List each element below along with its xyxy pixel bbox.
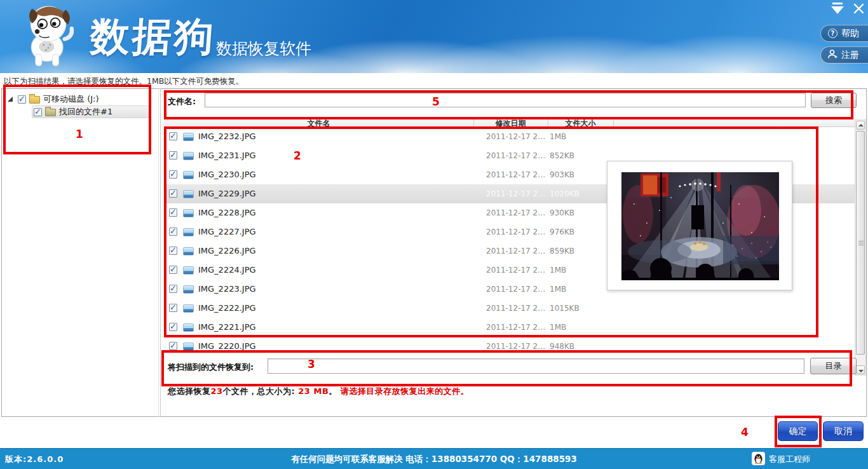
file-name: IMG_2227.JPG	[198, 227, 256, 236]
directory-button[interactable]: 目录	[810, 358, 857, 374]
image-file-icon	[183, 209, 194, 217]
close-button[interactable]	[853, 3, 865, 15]
image-file-icon	[183, 152, 194, 160]
file-name: IMG_2223.JPG	[198, 284, 256, 294]
image-file-icon	[183, 304, 194, 313]
file-checkbox[interactable]	[169, 285, 177, 293]
file-date: 2011-12-17 2…	[486, 170, 545, 179]
file-checkbox[interactable]	[169, 247, 177, 255]
file-checkbox[interactable]	[169, 170, 177, 179]
image-file-icon	[183, 266, 194, 275]
recover-to-label: 将扫描到的文件恢复到:	[168, 362, 254, 373]
scrollbar[interactable]	[855, 119, 866, 376]
image-file-icon	[183, 343, 194, 351]
file-row[interactable]: IMG_2221.JPG 2011-12-17 2… 1MB	[164, 318, 855, 337]
table-header: 文件名 修改日期 文件大小	[164, 117, 855, 127]
cancel-button[interactable]: 取消	[823, 421, 864, 441]
person-plus-icon	[828, 50, 837, 60]
file-checkbox[interactable]	[169, 304, 177, 312]
minimize-button[interactable]	[830, 3, 846, 15]
status-segment: 个文件，总大小为:	[223, 386, 299, 396]
register-label: 注册	[841, 50, 859, 61]
file-name: IMG_2232.JPG	[198, 132, 256, 141]
file-date: 2011-12-17 2…	[486, 132, 545, 141]
scrollbar-thumb[interactable]	[856, 131, 865, 355]
file-checkbox[interactable]	[169, 266, 177, 274]
file-name: IMG_2220.JPG	[198, 341, 256, 351]
file-checkbox[interactable]	[169, 151, 177, 160]
file-date: 2011-12-17 2…	[486, 189, 545, 198]
folder-icon	[45, 109, 56, 116]
ok-button-label: 确定	[789, 426, 807, 437]
filename-label: 文件名:	[168, 96, 196, 107]
contact-text: 有任何问题均可联系客服解决 电话：13880354770 QQ：14788859…	[0, 454, 868, 465]
file-date: 2011-12-17 2…	[486, 247, 545, 255]
panel-divider	[160, 88, 161, 417]
file-size: 859KB	[550, 247, 574, 255]
help-button[interactable]: 帮助	[820, 25, 868, 42]
file-checkbox[interactable]	[169, 208, 177, 217]
file-row[interactable]: IMG_2232.JPG 2011-12-17 2… 1MB	[164, 127, 855, 146]
search-input[interactable]	[205, 93, 806, 107]
file-size: 1020KB	[550, 189, 580, 198]
help-label: 帮助	[841, 28, 859, 39]
image-file-icon	[183, 323, 194, 332]
recover-path-input[interactable]	[268, 358, 804, 374]
status-segment: 23 MB	[298, 386, 329, 396]
file-checkbox[interactable]	[169, 323, 177, 331]
file-name: IMG_2221.JPG	[198, 322, 256, 332]
register-button[interactable]: 注册	[820, 46, 868, 64]
image-file-icon	[183, 190, 194, 198]
app-window: 数据狗 数据恢复软件 帮助 注册 以下为扫描结果，请选择要恢复的文件。1MB以下…	[0, 0, 868, 469]
file-size: 1MB	[550, 323, 566, 332]
status-segment: 23	[211, 386, 223, 396]
tree-checkbox[interactable]	[34, 108, 42, 116]
file-size: 852KB	[550, 151, 574, 160]
file-name: IMG_2231.JPG	[198, 151, 256, 160]
app-title: 数据狗	[88, 10, 218, 64]
file-row[interactable]: IMG_2220.JPG 2011-12-17 2… 948KB	[164, 337, 855, 355]
file-size: 948KB	[550, 342, 574, 351]
file-checkbox[interactable]	[169, 342, 177, 350]
image-file-icon	[183, 228, 194, 236]
status-segment: 。	[329, 386, 341, 396]
tree-item-recovered[interactable]: 找回的文件#1	[32, 105, 151, 118]
file-size: 903KB	[550, 170, 574, 179]
file-name: IMG_2226.JPG	[198, 246, 256, 255]
file-date: 2011-12-17 2…	[486, 323, 545, 332]
file-name: IMG_2224.JPG	[198, 265, 256, 275]
scroll-up-icon[interactable]	[856, 121, 865, 130]
status-segment: 您选择恢复	[168, 386, 211, 396]
question-icon	[828, 29, 837, 38]
file-size: 1015KB	[550, 304, 580, 313]
tree-item-label: 可移动磁盘 (J:)	[43, 93, 99, 105]
tree-item-drive[interactable]: 可移动磁盘 (J:)	[8, 93, 99, 105]
file-date: 2011-12-17 2…	[486, 342, 545, 351]
preview-panel	[607, 161, 792, 290]
ok-button[interactable]: 确定	[778, 421, 818, 441]
column-separator	[473, 118, 474, 128]
tree-checkbox[interactable]	[18, 95, 26, 104]
panel-divider	[158, 88, 159, 417]
file-row[interactable]: IMG_2222.JPG 2011-12-17 2… 1015KB	[164, 299, 855, 318]
column-separator	[613, 118, 614, 128]
expander-icon[interactable]	[8, 97, 13, 102]
file-size: 1MB	[550, 266, 566, 275]
file-checkbox[interactable]	[169, 228, 177, 236]
search-button[interactable]: 搜索	[811, 93, 857, 108]
file-size: 1MB	[550, 132, 566, 141]
file-checkbox[interactable]	[169, 189, 177, 198]
title-bar: 数据狗 数据恢复软件 帮助 注册	[0, 0, 868, 73]
scroll-down-icon[interactable]	[856, 365, 865, 374]
file-name: IMG_2228.JPG	[198, 208, 256, 217]
file-checkbox[interactable]	[169, 132, 177, 140]
file-size: 1MB	[550, 285, 566, 294]
status-segment: 请选择目录存放恢复出来的文件。	[341, 386, 470, 396]
folder-icon	[29, 96, 40, 104]
search-button-label: 搜索	[825, 95, 842, 106]
annotation-number: 4	[741, 426, 749, 438]
qq-penguin-icon[interactable]	[752, 452, 765, 465]
column-separator	[548, 118, 548, 128]
tree-item-label: 找回的文件#1	[59, 106, 112, 118]
directory-button-label: 目录	[825, 360, 842, 372]
